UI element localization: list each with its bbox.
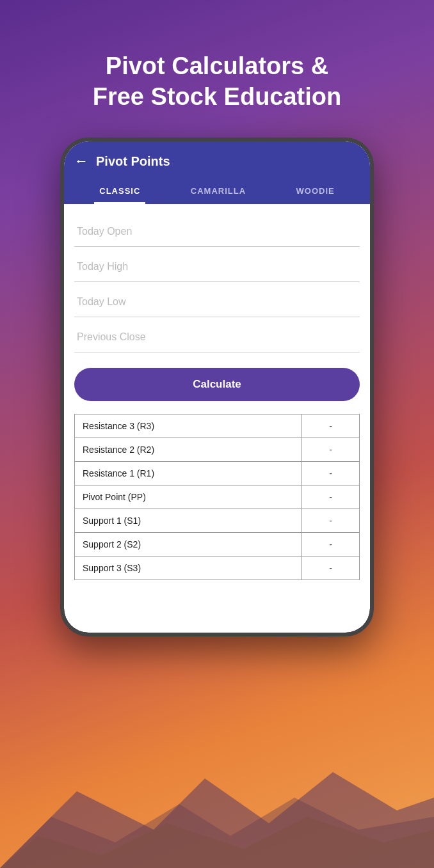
- back-button[interactable]: ←: [74, 153, 88, 170]
- table-row: Pivot Point (PP)-: [75, 485, 360, 509]
- row-value: -: [302, 533, 360, 556]
- phone-screen: ← Pivot Points CLASSIC CAMARILLA WOODIE …: [64, 141, 370, 633]
- previous-close-input[interactable]: [74, 322, 360, 352]
- results-table: Resistance 3 (R3)-Resistance 2 (R2)-Resi…: [74, 414, 360, 580]
- screen-title: Pivot Points: [96, 154, 170, 169]
- row-value: -: [302, 414, 360, 438]
- svg-marker-0: [0, 772, 434, 868]
- row-label: Support 3 (S3): [75, 556, 302, 580]
- row-label: Resistance 3 (R3): [75, 414, 302, 438]
- app-content: Calculate Resistance 3 (R3)-Resistance 2…: [64, 204, 370, 593]
- row-value: -: [302, 485, 360, 509]
- row-value: -: [302, 462, 360, 485]
- row-value: -: [302, 509, 360, 533]
- row-value: -: [302, 556, 360, 580]
- today-open-input[interactable]: [74, 217, 360, 247]
- table-row: Resistance 2 (R2)-: [75, 438, 360, 462]
- today-low-input[interactable]: [74, 287, 360, 317]
- row-label: Support 2 (S2): [75, 533, 302, 556]
- row-label: Resistance 2 (R2): [75, 438, 302, 462]
- row-label: Support 1 (S1): [75, 509, 302, 533]
- today-high-input[interactable]: [74, 252, 360, 282]
- table-row: Support 3 (S3)-: [75, 556, 360, 580]
- row-value: -: [302, 438, 360, 462]
- tab-camarilla[interactable]: CAMARILLA: [186, 180, 251, 204]
- phone-frame: ← Pivot Points CLASSIC CAMARILLA WOODIE …: [60, 138, 374, 636]
- svg-marker-2: [0, 817, 434, 868]
- tab-classic[interactable]: CLASSIC: [94, 180, 145, 204]
- svg-marker-1: [0, 798, 434, 868]
- table-row: Support 2 (S2)-: [75, 533, 360, 556]
- app-header: ← Pivot Points CLASSIC CAMARILLA WOODIE: [64, 141, 370, 204]
- calculate-button[interactable]: Calculate: [74, 368, 360, 401]
- page-title: Pivot Calculators & Free Stock Education: [54, 51, 380, 112]
- tab-woodie[interactable]: WOODIE: [291, 180, 340, 204]
- row-label: Resistance 1 (R1): [75, 462, 302, 485]
- tabs-row: CLASSIC CAMARILLA WOODIE: [74, 180, 360, 204]
- table-row: Resistance 3 (R3)-: [75, 414, 360, 438]
- table-row: Resistance 1 (R1)-: [75, 462, 360, 485]
- table-row: Support 1 (S1)-: [75, 509, 360, 533]
- row-label: Pivot Point (PP): [75, 485, 302, 509]
